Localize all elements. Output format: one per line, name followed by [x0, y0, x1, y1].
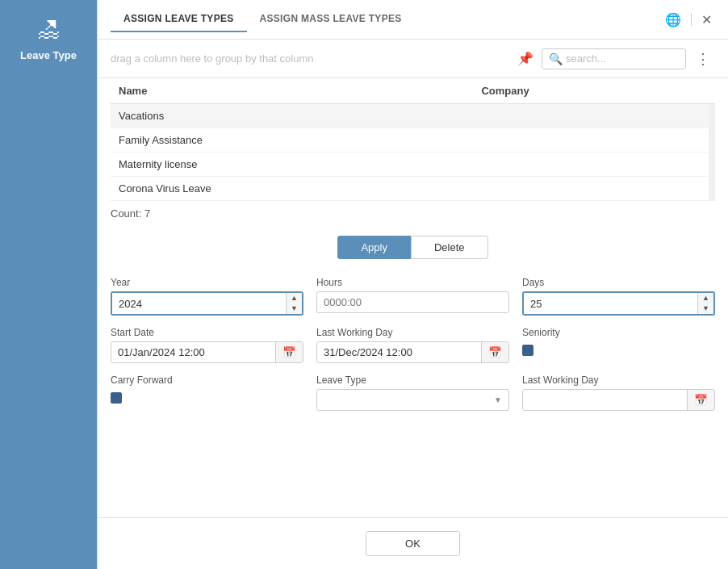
toolbar-row: drag a column here to group by that colu… [98, 40, 728, 78]
leave-type-select-wrapper: ▼ [316, 389, 509, 411]
start-date-calendar-button[interactable]: 📅 [275, 342, 303, 362]
last-working-day-calendar-button[interactable]: 📅 [481, 342, 508, 362]
table-row[interactable]: Family Assistance [111, 128, 709, 153]
table-row[interactable]: Maternity license [111, 153, 709, 177]
search-input[interactable] [566, 52, 679, 65]
count-text: Count: 7 [111, 207, 150, 220]
dialog-header-actions: 🌐 ✕ [662, 9, 715, 31]
form-group-start-date: Start Date 📅 [111, 327, 303, 363]
leave-type-label: Leave Type [316, 374, 509, 386]
group-placeholder-text: drag a column here to group by that colu… [111, 52, 508, 65]
seniority-checkbox[interactable] [522, 345, 533, 356]
form-group-leave-type: Leave Type ▼ [316, 374, 509, 411]
row-name-family: Family Assistance [111, 128, 470, 153]
ok-button[interactable]: OK [366, 531, 460, 556]
count-row: Count: 7 [98, 201, 728, 226]
form-group-carry-forward: Carry Forward [111, 374, 303, 411]
globe-icon-button[interactable]: 🌐 [662, 9, 684, 31]
days-input[interactable] [524, 293, 697, 314]
year-down-button[interactable]: ▼ [287, 303, 302, 314]
days-spinner: ▲ ▼ [522, 291, 715, 316]
row-name-corona: Corona Virus Leave [111, 177, 470, 201]
close-button[interactable]: ✕ [698, 9, 715, 31]
form-row-1: Year ▲ ▼ Hours Days ▲ [111, 277, 715, 316]
row-company-vacations [470, 104, 709, 128]
pin-icon: 📌 [517, 51, 533, 66]
form-group-year: Year ▲ ▼ [111, 277, 303, 316]
form-group-last-working-day: Last Working Day 📅 [316, 327, 509, 363]
form-section: Year ▲ ▼ Hours Days ▲ [98, 269, 728, 517]
start-date-input[interactable] [111, 342, 275, 362]
form-row-2: Start Date 📅 Last Working Day 📅 Seniorit… [111, 327, 715, 363]
sidebar: 🏖 Leave Type [0, 0, 97, 569]
more-options-button[interactable]: ⋮ [691, 48, 715, 69]
apply-button[interactable]: Apply [337, 236, 411, 259]
year-spinner-btns: ▲ ▼ [286, 293, 302, 314]
dialog-tabs: ASSIGN LEAVE TYPES ASSIGN MASS LEAVE TYP… [111, 6, 415, 32]
days-up-button[interactable]: ▲ [698, 293, 713, 303]
hours-label: Hours [316, 277, 509, 288]
seniority-label: Seniority [522, 327, 715, 338]
sidebar-label: Leave Type [20, 49, 77, 61]
header-divider [691, 13, 692, 26]
year-label: Year [111, 277, 303, 288]
form-group-days: Days ▲ ▼ [522, 277, 715, 316]
search-icon: 🔍 [549, 52, 563, 65]
year-up-button[interactable]: ▲ [287, 293, 302, 303]
last-working-day2-label: Last Working Day [522, 374, 715, 386]
ok-row: OK [98, 517, 728, 569]
pin-icon-button[interactable]: 📌 [514, 48, 537, 69]
delete-button[interactable]: Delete [411, 236, 488, 259]
col-header-company: Company [473, 78, 715, 104]
carry-forward-checkbox-wrapper [111, 389, 303, 404]
last-working-day-input-wrapper: 📅 [316, 341, 509, 363]
row-company-maternity [470, 153, 709, 177]
search-box: 🔍 [542, 48, 686, 69]
start-date-input-wrapper: 📅 [111, 341, 303, 363]
start-date-label: Start Date [111, 327, 303, 338]
days-spinner-btns: ▲ ▼ [697, 293, 713, 314]
carry-forward-label: Carry Forward [111, 374, 303, 386]
year-input[interactable] [112, 293, 286, 314]
days-down-button[interactable]: ▼ [698, 303, 713, 314]
data-table: Name Company [111, 78, 715, 104]
table-row[interactable]: Vacations [111, 104, 709, 128]
table-scroll[interactable]: Vacations Family Assistance Maternity li… [111, 104, 715, 201]
hours-input[interactable] [316, 291, 509, 313]
year-spinner: ▲ ▼ [111, 291, 303, 316]
last-working-day2-input[interactable] [523, 390, 687, 410]
globe-icon: 🌐 [665, 12, 681, 27]
form-group-hours: Hours [316, 277, 509, 316]
action-buttons: Apply Delete [98, 226, 728, 269]
last-working-day-label: Last Working Day [316, 327, 509, 338]
form-row-3: Carry Forward Leave Type ▼ Last Working … [111, 374, 715, 411]
table-row[interactable]: Corona Virus Leave [111, 177, 709, 201]
seniority-checkbox-wrapper [522, 341, 715, 356]
row-company-family [470, 128, 709, 153]
toolbar-actions: 📌 🔍 ⋮ [514, 48, 715, 69]
row-name-maternity: Maternity license [111, 153, 470, 177]
leave-type-chevron-icon: ▼ [487, 395, 508, 404]
leave-type-select[interactable] [317, 390, 487, 410]
days-label: Days [522, 277, 715, 288]
tab-assign-mass[interactable]: ASSIGN MASS LEAVE TYPES [247, 6, 415, 32]
row-name-vacations: Vacations [111, 104, 470, 128]
tab-assign-leave[interactable]: ASSIGN LEAVE TYPES [111, 6, 247, 32]
close-icon: ✕ [701, 12, 712, 27]
form-group-last-working-day2: Last Working Day 📅 [522, 374, 715, 411]
last-working-day2-calendar-button[interactable]: 📅 [687, 390, 714, 410]
form-group-seniority: Seniority [522, 327, 715, 363]
table-area: Name Company Vacations Family Assistance [98, 78, 728, 201]
last-working-day2-input-wrapper: 📅 [522, 389, 715, 411]
dialog-header: ASSIGN LEAVE TYPES ASSIGN MASS LEAVE TYP… [98, 0, 728, 40]
last-working-day-input[interactable] [317, 342, 481, 362]
carry-forward-checkbox[interactable] [111, 392, 122, 404]
sidebar-icon: 🏖 [37, 16, 60, 43]
dialog-container: ASSIGN LEAVE TYPES ASSIGN MASS LEAVE TYP… [97, 0, 728, 569]
data-table-body: Vacations Family Assistance Maternity li… [111, 104, 709, 201]
row-company-corona [470, 177, 709, 201]
col-header-name: Name [111, 78, 473, 104]
